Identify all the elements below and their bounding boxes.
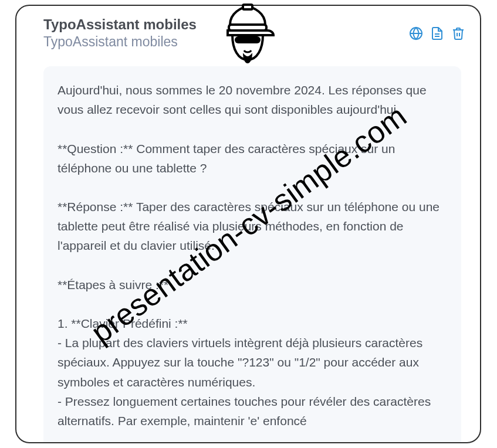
chat-card: TypoAssistant mobiles TypoAssistant mobi… — [15, 5, 481, 443]
document-icon[interactable] — [430, 26, 445, 41]
assistant-title: TypoAssistant mobiles — [43, 16, 467, 33]
globe-icon[interactable] — [408, 26, 424, 41]
message-text: Aujourd'hui, nous sommes le 20 novembre … — [58, 80, 447, 430]
trash-icon[interactable] — [451, 26, 466, 41]
header-actions — [408, 26, 466, 41]
assistant-subtitle: TypoAssistant mobiles — [43, 34, 467, 50]
card-header: TypoAssistant mobiles TypoAssistant mobi… — [43, 16, 467, 50]
message-body: Aujourd'hui, nous sommes le 20 novembre … — [43, 66, 461, 443]
